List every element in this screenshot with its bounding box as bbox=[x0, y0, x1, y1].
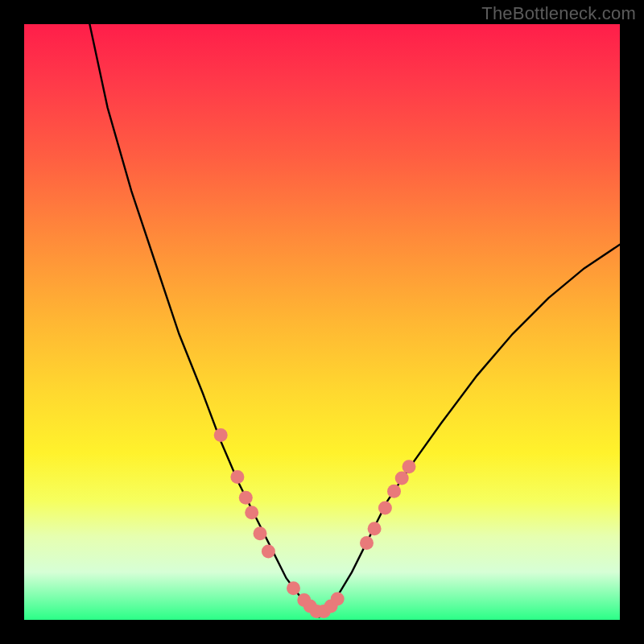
highlight-point bbox=[239, 491, 253, 505]
highlight-point bbox=[387, 485, 401, 498]
highlight-point bbox=[245, 506, 258, 519]
highlight-point bbox=[287, 581, 300, 595]
chart-frame: TheBottleneck.com bbox=[0, 0, 644, 644]
highlight-point bbox=[254, 526, 267, 540]
highlight-point bbox=[214, 428, 228, 442]
plot-area bbox=[24, 24, 620, 620]
highlight-point bbox=[360, 536, 374, 550]
highlight-point bbox=[378, 501, 392, 514]
highlight-points bbox=[214, 428, 416, 618]
curve-layer bbox=[24, 24, 620, 620]
highlight-point bbox=[368, 522, 382, 535]
highlight-point bbox=[331, 592, 345, 606]
bottleneck-curve bbox=[89, 24, 620, 617]
highlight-point bbox=[262, 544, 275, 558]
highlight-point bbox=[402, 460, 416, 473]
highlight-point bbox=[230, 470, 244, 484]
highlight-point bbox=[395, 471, 409, 485]
watermark-text: TheBottleneck.com bbox=[481, 3, 636, 24]
